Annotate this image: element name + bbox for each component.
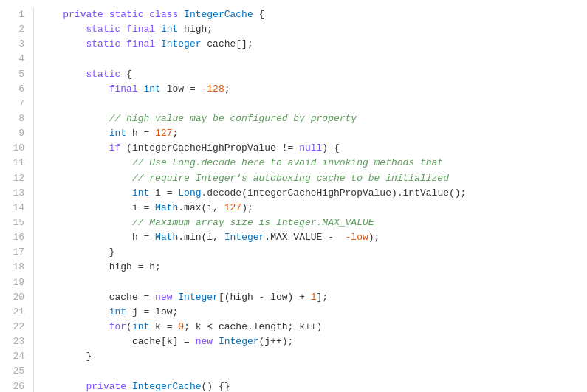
token-plain: [(high - low) +: [219, 292, 311, 303]
code-container: 1 private static class IntegerCache {2 s…: [0, 0, 587, 392]
line-code: private IntegerCache() {}: [34, 379, 587, 392]
line-number: 3: [0, 37, 34, 52]
token-plain: i =: [40, 202, 155, 213]
token-cmt: // Maximum array size is Integer.MAX_VAL…: [40, 217, 374, 228]
token-cls: Long: [178, 188, 201, 199]
line-code: i = Math.max(i, 127);: [34, 201, 587, 216]
token-num: 0: [178, 321, 184, 332]
line-code: // high value may be configured by prope…: [34, 111, 587, 126]
token-cmt: // require Integer's autoboxing cache to…: [40, 173, 449, 184]
line-number: 14: [0, 201, 34, 216]
token-kw: private: [40, 381, 132, 392]
token-num: 127: [155, 128, 172, 139]
line-number: 13: [0, 186, 34, 201]
token-cls: Integer: [224, 232, 265, 243]
line-number: 5: [0, 67, 34, 82]
token-kw2: int: [144, 83, 161, 94]
token-cls: Math: [155, 202, 178, 213]
line-number: 6: [0, 82, 34, 97]
token-plain: low =: [161, 83, 202, 94]
token-plain: cache[];: [202, 38, 253, 49]
token-num: 1: [311, 292, 317, 303]
line-number: 25: [0, 364, 34, 379]
token-plain: cache =: [40, 292, 155, 303]
line-code: [34, 52, 587, 66]
token-cmt: // high value may be configured by prope…: [40, 113, 357, 124]
token-cls: Integer: [178, 292, 219, 303]
token-plain: .max(i,: [178, 202, 224, 213]
line-number: 23: [0, 334, 34, 349]
line-number: 15: [0, 216, 34, 230]
token-kw: new: [196, 336, 219, 347]
token-num: -128: [202, 83, 224, 94]
line-number: 22: [0, 320, 34, 334]
token-plain: {: [253, 9, 265, 20]
token-cls: Integer: [219, 336, 259, 347]
line-number: 21: [0, 305, 34, 320]
line-code: [34, 97, 587, 111]
line-number: 4: [0, 52, 34, 66]
line-code: int j = low;: [34, 305, 587, 320]
line-number: 7: [0, 97, 34, 111]
line-code: final int low = -128;: [34, 82, 587, 97]
line-code: if (integerCacheHighPropValue != null) {: [34, 141, 587, 156]
line-code: h = Math.min(i, Integer.MAX_VALUE - -low…: [34, 230, 587, 245]
table-row: 10 if (integerCacheHighPropValue != null…: [0, 141, 587, 156]
token-kw2: int: [132, 321, 149, 332]
token-num: 127: [224, 202, 241, 213]
table-row: 14 i = Math.max(i, 127);: [0, 201, 587, 216]
table-row: 9 int h = 127;: [0, 126, 587, 141]
table-row: 18 high = h;: [0, 260, 587, 275]
line-code: static {: [34, 67, 587, 82]
token-kw: if: [40, 142, 120, 154]
table-row: 23 cache[k] = new Integer(j++);: [0, 334, 587, 349]
table-row: 5 static {: [0, 67, 587, 82]
token-kw: null: [299, 142, 322, 154]
line-number: 26: [0, 379, 34, 392]
token-plain: );: [241, 202, 253, 213]
code-body: 1 private static class IntegerCache {2 s…: [0, 7, 587, 392]
line-number: 19: [0, 275, 34, 290]
line-number: 10: [0, 141, 34, 156]
table-row: 19: [0, 275, 587, 290]
token-plain: i =: [149, 188, 178, 199]
token-kw: new: [155, 292, 178, 303]
token-cls: IntegerCache: [184, 9, 253, 20]
token-kw: for: [40, 321, 126, 332]
table-row: 21 int j = low;: [0, 305, 587, 320]
table-row: 15 // Maximum array size is Integer.MAX_…: [0, 216, 587, 230]
token-cls: Math: [155, 232, 178, 243]
table-row: 6 final int low = -128;: [0, 82, 587, 97]
line-code: [34, 364, 587, 379]
line-number: 9: [0, 126, 34, 141]
table-row: 26 private IntegerCache() {}: [0, 379, 587, 392]
token-plain: );: [368, 232, 380, 243]
token-plain: h =: [126, 128, 155, 139]
line-code: private static class IntegerCache {: [34, 7, 587, 22]
line-code: cache[k] = new Integer(j++);: [34, 334, 587, 349]
token-plain: {: [120, 69, 132, 80]
token-cls: IntegerCache: [132, 381, 202, 392]
token-plain: .MAX_VALUE -: [264, 232, 339, 243]
line-code: static final int high;: [34, 22, 587, 37]
line-number: 8: [0, 111, 34, 126]
line-number: 16: [0, 230, 34, 245]
token-plain: (integerCacheHighPropValue !=: [120, 142, 299, 154]
table-row: 13 int i = Long.decode(integerCacheHighP…: [0, 186, 587, 201]
table-row: 8 // high value may be configured by pro…: [0, 111, 587, 126]
token-plain: () {}: [202, 381, 230, 392]
token-plain: ;: [224, 83, 230, 94]
line-code: // require Integer's autoboxing cache to…: [34, 171, 587, 186]
line-code: int i = Long.decode(integerCacheHighProp…: [34, 186, 587, 201]
code-table: 1 private static class IntegerCache {2 s…: [0, 7, 587, 392]
line-code: for(int k = 0; k < cache.length; k++): [34, 320, 587, 334]
table-row: 7: [0, 97, 587, 111]
line-number: 17: [0, 245, 34, 260]
table-row: 25: [0, 364, 587, 379]
token-kw2: int: [40, 188, 149, 199]
line-code: }: [34, 349, 587, 364]
line-code: cache = new Integer[(high - low) + 1];: [34, 290, 587, 305]
table-row: 2 static final int high;: [0, 22, 587, 37]
token-kw: static final: [40, 24, 161, 35]
token-plain: }: [40, 351, 92, 362]
